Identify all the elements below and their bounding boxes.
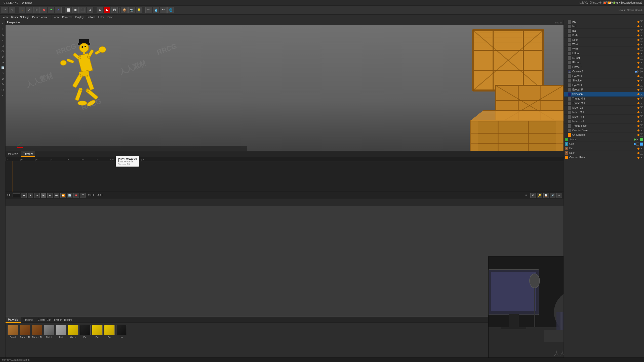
tree-item-shoulder[interactable]: Shoulder ✓ bbox=[564, 78, 644, 83]
mitten-eld-check[interactable]: ✓ bbox=[640, 106, 643, 109]
eyeball-r-check[interactable]: ✓ bbox=[640, 88, 643, 91]
left-tool-13[interactable]: ⬡ bbox=[1, 87, 5, 92]
rest-check[interactable]: ✓ bbox=[640, 152, 643, 155]
tab-timeline[interactable]: Timeline bbox=[21, 151, 35, 157]
mid-check[interactable]: ✓ bbox=[640, 25, 643, 28]
play-forward-button[interactable]: ▶ bbox=[41, 193, 46, 198]
hip-check[interactable]: ✓ bbox=[640, 20, 643, 23]
tree-item-wrist1[interactable]: Wrist ✓ bbox=[564, 42, 644, 47]
left-tool-4[interactable]: ○ bbox=[1, 38, 5, 42]
geo-check[interactable]: ✓ bbox=[636, 143, 639, 146]
options2[interactable]: Options bbox=[85, 16, 96, 19]
cy-controls2-check[interactable]: ✓ bbox=[640, 133, 643, 137]
left-tool-11[interactable]: ⊕ bbox=[1, 76, 5, 81]
tree-item-eyeball-r[interactable]: Eyeball.R ✓ bbox=[564, 87, 644, 92]
lfoot-check[interactable]: ✓ bbox=[640, 52, 643, 55]
go-end-button[interactable]: ⏭ bbox=[54, 193, 59, 198]
tree-item-camera1[interactable]: 📷 Camera.1 ✓ ⚙ bbox=[564, 69, 644, 74]
elbow-r-check[interactable]: ✓ bbox=[640, 66, 643, 69]
selection-check[interactable]: ✓ bbox=[640, 93, 643, 96]
mitten-mid2-check[interactable]: ✓ bbox=[640, 115, 643, 118]
picture-viewer-menu[interactable]: Picture Viewer bbox=[31, 16, 50, 19]
render-settings-menu[interactable]: Render Settings bbox=[10, 16, 31, 19]
mitten-mid1-check[interactable]: ✓ bbox=[640, 111, 643, 114]
thumb-base-check[interactable]: ✓ bbox=[640, 124, 643, 127]
display2[interactable]: Display bbox=[74, 16, 85, 19]
tree-item-selection[interactable]: Selection ✓ bbox=[564, 92, 644, 97]
left-tool-9[interactable]: 🔄 bbox=[1, 65, 5, 70]
deform-icon[interactable]: 〰 bbox=[145, 7, 152, 13]
material-eye2[interactable]: Eye bbox=[92, 325, 103, 338]
viewport[interactable]: Perspective ⊞ ⊟ ⊠ bbox=[6, 20, 564, 151]
tree-item-hip[interactable]: Hip ✓ bbox=[564, 20, 644, 24]
material-mat1[interactable]: Mat.1 bbox=[44, 325, 54, 338]
filter2[interactable]: Filter bbox=[97, 16, 105, 19]
material-eye1[interactable]: Eye bbox=[80, 325, 91, 338]
hat-check[interactable]: ✓ bbox=[640, 29, 643, 32]
go-start-button[interactable]: ⏮ bbox=[21, 193, 27, 198]
rfoot-check[interactable]: ✓ bbox=[640, 57, 643, 60]
wrist1-check[interactable]: ✓ bbox=[640, 43, 643, 46]
move-tool-icon[interactable]: ↔ bbox=[19, 7, 25, 13]
fast-forward-button[interactable]: ⏩ bbox=[60, 193, 66, 198]
thumb-mid2-check[interactable]: ✓ bbox=[640, 102, 643, 105]
tab-materials-bottom[interactable]: Materials bbox=[6, 317, 21, 323]
material-mat[interactable]: Mat bbox=[56, 325, 66, 338]
left-tool-12[interactable]: ⚙ bbox=[1, 82, 5, 86]
hair-icon[interactable]: 〜 bbox=[160, 7, 167, 13]
view-menu[interactable]: View bbox=[2, 16, 10, 19]
tab-timeline-bottom[interactable]: Timeline bbox=[21, 317, 35, 323]
edit-menu[interactable]: Edit bbox=[47, 319, 51, 321]
joints-check[interactable]: ✓ bbox=[636, 138, 639, 141]
mode4-icon[interactable]: ◈ bbox=[87, 7, 93, 13]
eyeball-l-check[interactable]: ✓ bbox=[640, 84, 643, 87]
tree-item-thumb-mid2[interactable]: Thumb Mid ✓ bbox=[564, 101, 644, 106]
left-tool-7[interactable]: 🖊 bbox=[1, 54, 5, 59]
tree-item-mid[interactable]: Mid ✓ bbox=[564, 24, 644, 29]
undo-icon[interactable]: ↩ bbox=[2, 7, 8, 13]
function-menu[interactable]: Function bbox=[53, 319, 62, 321]
sim-icon[interactable]: 💧 bbox=[153, 7, 159, 13]
rotate-tool-icon[interactable]: ↻ bbox=[33, 7, 40, 13]
counter-base-check[interactable]: ✓ bbox=[640, 129, 643, 132]
material-eye3[interactable]: Eye bbox=[104, 325, 115, 338]
tree-item-hat-obj[interactable]: H Hat ✓ bbox=[564, 146, 644, 151]
stop-button[interactable]: ⏹ bbox=[73, 193, 79, 198]
left-tool-10[interactable]: S bbox=[1, 71, 5, 75]
view2[interactable]: View bbox=[53, 16, 61, 19]
scale-tool-icon[interactable]: ⤢ bbox=[26, 7, 32, 13]
timeline-extra4[interactable]: 🔊 bbox=[550, 193, 555, 198]
left-tool-14[interactable]: ≡ bbox=[1, 93, 5, 98]
texture-menu[interactable]: Texture bbox=[64, 319, 72, 321]
timeline-extra1[interactable]: ⚙ bbox=[530, 193, 536, 198]
material-barrels-tl1[interactable]: Barrels Tl bbox=[20, 325, 30, 338]
record-button[interactable]: ● bbox=[34, 193, 40, 198]
left-tool-5[interactable]: ◻ bbox=[1, 43, 5, 48]
playhead[interactable] bbox=[13, 161, 13, 192]
tree-item-mitten-mid2[interactable]: Mitten mid ✓ bbox=[564, 115, 644, 119]
eyeballs-check[interactable]: ✓ bbox=[640, 75, 643, 78]
render2-icon[interactable]: ▶ bbox=[104, 7, 110, 13]
timeline-extra3[interactable]: 📋 bbox=[543, 193, 549, 198]
object-icon[interactable]: 📦 bbox=[121, 7, 128, 13]
tree-item-lfoot[interactable]: L.Foot ✓ bbox=[564, 51, 644, 56]
z-icon[interactable]: Z bbox=[55, 7, 62, 13]
tree-item-counter-base[interactable]: Counter Base ✓ bbox=[564, 128, 644, 133]
help-button[interactable]: ? bbox=[80, 193, 86, 198]
light-icon[interactable]: 💡 bbox=[136, 7, 142, 13]
timeline-extra5[interactable]: ↔ bbox=[556, 193, 562, 198]
material-barrel[interactable]: Barrel bbox=[8, 325, 18, 338]
left-tool-1[interactable]: ↖ bbox=[1, 21, 5, 26]
elbow-l-check[interactable]: ✓ bbox=[640, 61, 643, 64]
shoulder-check[interactable]: ✓ bbox=[640, 79, 643, 82]
wrist2-check[interactable]: ✓ bbox=[640, 48, 643, 51]
tree-item-joints[interactable]: J Joints ✓ bbox=[564, 137, 644, 142]
render3-icon[interactable]: 🖼 bbox=[111, 7, 118, 13]
mitten-mid3-check[interactable]: ✓ bbox=[640, 120, 643, 123]
hat-obj-check[interactable]: ✓ bbox=[640, 147, 643, 150]
frame-input[interactable]: 7 bbox=[13, 193, 20, 197]
tree-item-thumb-base[interactable]: Thumb Base ✓ bbox=[564, 124, 644, 128]
thumb-mid1-check[interactable]: ✓ bbox=[640, 97, 643, 100]
tab-materials[interactable]: Materials bbox=[6, 151, 21, 157]
controls-extra-check[interactable]: ✓ bbox=[640, 156, 643, 159]
